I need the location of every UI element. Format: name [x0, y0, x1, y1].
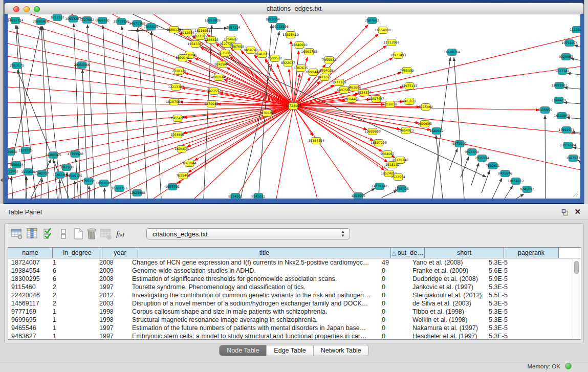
- graph-node-label: 10807487: [368, 97, 384, 100]
- new-column-icon[interactable]: [72, 227, 84, 240]
- graph-node-label: 15692971: [558, 128, 575, 132]
- table-cell-pagerank: 5.3E-5: [486, 258, 537, 267]
- table-cell-in_degree: 1: [50, 308, 96, 316]
- select-all-icon[interactable]: [42, 227, 55, 240]
- table-cell-year: 1997: [96, 283, 129, 291]
- graph-node-label: 9115460: [419, 105, 433, 108]
- delete-table-icon: [100, 227, 112, 240]
- column-header-pagerank[interactable]: pagerank: [504, 248, 559, 258]
- graph-node-label: 7857224: [226, 26, 241, 29]
- table-row[interactable]: 2242004622012Investigating the contribut…: [8, 291, 581, 299]
- graph-node-label: 12923448: [129, 191, 145, 194]
- scrollbar-thumb[interactable]: [574, 261, 579, 274]
- graph-node-label: 8115955: [538, 108, 552, 112]
- table-cell-short: Dudbridge et al. (2008): [409, 275, 486, 283]
- function-builder-icon[interactable]: f(x): [116, 227, 132, 240]
- column-header-in_degree[interactable]: in_degree: [53, 248, 102, 258]
- table-row[interactable]: 1872400712008Changes of HCN gene express…: [8, 258, 581, 267]
- table-cell-short: Franke et al. (2009): [409, 267, 486, 275]
- table-row[interactable]: 1938455462009Genome-wide association stu…: [8, 267, 581, 275]
- graph-node-label: 8454749: [244, 48, 258, 52]
- graph-node-label: 6966160: [95, 18, 110, 22]
- table-cell-in_degree: 1: [50, 324, 96, 332]
- delete-column-icon[interactable]: [85, 227, 98, 240]
- splitter-collapse-icon[interactable]: [1, 178, 3, 182]
- table-vertical-scrollbar[interactable]: [573, 259, 580, 339]
- network-view-window: citations_edges.txt 18724007183002959660…: [4, 3, 584, 203]
- table-cell-out_de: 0: [379, 308, 409, 316]
- tab-edge-table[interactable]: Edge Table: [267, 345, 313, 356]
- graph-node-label: 9245052: [520, 187, 534, 191]
- header-filler: [559, 248, 581, 258]
- table-cell-short: Wolkin et al. (1998): [409, 316, 486, 324]
- table-panel: Table Panel ✕: [0, 204, 588, 361]
- column-header-out_de[interactable]: △out_de…: [391, 248, 425, 258]
- network-canvas[interactable]: 1872400718300295966012589129541822605891…: [8, 14, 580, 199]
- show-columns-icon[interactable]: [26, 227, 38, 240]
- close-panel-icon[interactable]: ✕: [574, 208, 581, 216]
- table-cell-year: 1997: [96, 332, 129, 340]
- table-cell-pagerank: 5.3E-5: [486, 308, 537, 316]
- table-row[interactable]: 977716911998Corpus callosum shape and si…: [8, 308, 581, 316]
- graph-node-label: 10688609: [364, 129, 381, 133]
- column-header-name[interactable]: name: [8, 248, 53, 258]
- graph-node-label: 10958107: [96, 181, 112, 185]
- graph-node-label: 18107564: [166, 100, 182, 103]
- graph-node-label: 9474444: [465, 150, 479, 154]
- table-row[interactable]: 911546021997Tourette syndrome. Phenomeno…: [8, 283, 581, 291]
- table-cell-pagerank: 5.3E-5: [486, 324, 537, 332]
- graph-node-label: 1112555: [570, 28, 580, 31]
- table-cell-out_de: 0: [379, 267, 409, 275]
- table-cell-year: 1997: [96, 324, 129, 332]
- table-cell-year: 2009: [96, 267, 129, 275]
- graph-node-label: 1733426: [395, 187, 409, 190]
- float-panel-icon[interactable]: [561, 209, 569, 216]
- graph-node-label: 9777169: [332, 80, 346, 84]
- table-row[interactable]: 946362711997Embryonic stem cells: a mode…: [8, 332, 581, 340]
- table-select-dropdown[interactable]: citations_edges.txt ▲▼: [146, 228, 350, 239]
- column-header-year[interactable]: year: [102, 248, 138, 258]
- graph-node-label: 19218586: [272, 25, 289, 28]
- graph-node-label: 1604675: [175, 147, 189, 150]
- table-cell-out_de: 0: [379, 291, 409, 299]
- unselect-all-icon[interactable]: [58, 227, 70, 240]
- table-cell-short: Tibbo et al. (1998): [409, 308, 486, 316]
- table-cell-out_de: 0: [379, 332, 409, 340]
- canvas-resize-grip[interactable]: [572, 190, 579, 198]
- table-header-row: namein_degreeyeartitle△out_de…shortpager…: [8, 248, 581, 258]
- dropdown-arrows-icon: ▲▼: [341, 230, 345, 238]
- network-window-titlebar[interactable]: citations_edges.txt: [4, 3, 584, 14]
- table-body: 1872400712008Changes of HCN gene express…: [8, 258, 581, 340]
- table-cell-out_de: 49: [379, 258, 409, 267]
- graph-node-label: 1115689: [21, 170, 35, 173]
- table-row[interactable]: 969969511998Structural magnetic resonanc…: [8, 316, 581, 324]
- graph-node-label: 16640910: [291, 43, 308, 47]
- graph-node-label: 1421072: [317, 75, 332, 79]
- table-cell-pagerank: 5.9E-5: [486, 275, 537, 283]
- tab-node-table[interactable]: Node Table: [220, 345, 267, 356]
- column-header-short[interactable]: short: [425, 248, 504, 258]
- table-cell-pagerank: 5.5E-5: [486, 291, 537, 299]
- table-row[interactable]: 946554611997Estimation of the future num…: [8, 324, 581, 332]
- tab-network-table[interactable]: Network Table: [314, 345, 368, 356]
- graph-node-label: 2803144: [211, 75, 226, 79]
- graph-node-label: 14671368: [129, 21, 145, 25]
- graph-node-label: 16782753: [111, 186, 127, 190]
- table-cell-in_degree: 2: [50, 283, 96, 291]
- table-mode-icon[interactable]: [11, 227, 23, 240]
- graph-node-label: 2867608: [230, 45, 244, 48]
- table-cell-in_degree: 1: [50, 316, 96, 324]
- table-row[interactable]: 1830029562008Estimation of significance …: [8, 275, 581, 283]
- table-row[interactable]: 1456911722003Disruption of a novel membe…: [8, 299, 581, 308]
- table-cell-name: 22420046: [8, 291, 50, 299]
- graph-node-label: 4170082: [204, 102, 219, 105]
- column-header-title[interactable]: title: [138, 248, 391, 258]
- graph-node-label: 1588520: [268, 56, 282, 60]
- graph-node-label: 8322037: [281, 61, 295, 64]
- left-splitter-strip[interactable]: [0, 0, 4, 204]
- memory-status-indicator[interactable]: [565, 363, 572, 369]
- graph-node-label: 10719155: [113, 19, 129, 23]
- table-cell-short: de Silva et al. (2003): [409, 299, 486, 308]
- graph-node-label: 3427552: [207, 89, 221, 93]
- graph-node-label: 14136141: [372, 184, 388, 188]
